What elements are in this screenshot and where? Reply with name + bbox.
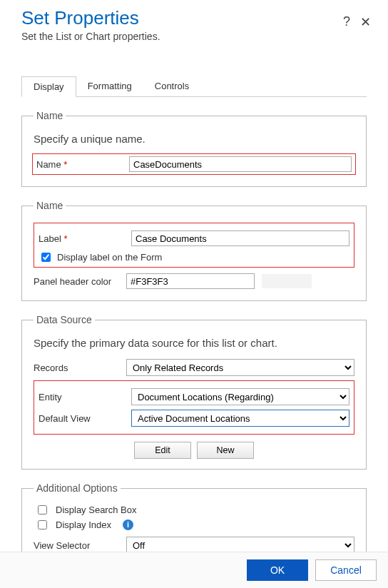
label-input[interactable] xyxy=(131,230,349,246)
records-select[interactable]: Only Related Records xyxy=(126,359,354,376)
tab-display[interactable]: Display xyxy=(21,76,76,97)
section-ds-legend: Data Source xyxy=(34,314,95,325)
info-icon[interactable]: i xyxy=(123,519,133,530)
section-addl-legend: Additional Options xyxy=(34,482,121,494)
section-label-legend: Name xyxy=(34,200,66,211)
new-button[interactable]: New xyxy=(197,442,254,459)
display-search-box-checkbox[interactable] xyxy=(38,505,47,514)
section-name: Name Specify a unique name. Name * xyxy=(21,110,367,187)
label-label: Label * xyxy=(39,233,131,244)
display-search-box-label: Display Search Box xyxy=(56,505,136,515)
records-label: Records xyxy=(34,363,126,373)
view-selector-label: View Selector xyxy=(34,540,126,551)
cancel-button[interactable]: Cancel xyxy=(315,559,377,581)
panel-color-label: Panel header color xyxy=(34,276,126,287)
default-view-label: Default View xyxy=(39,413,131,424)
display-index-checkbox[interactable] xyxy=(38,520,47,529)
default-view-select[interactable]: Active Document Locations xyxy=(131,410,349,427)
section-additional-options: Additional Options Display Search Box Di… xyxy=(21,482,367,562)
entity-select[interactable]: Document Locations (Regarding) xyxy=(131,388,349,405)
name-hint: Specify a unique name. xyxy=(34,133,354,145)
tab-controls[interactable]: Controls xyxy=(143,76,200,96)
dialog-footer: OK Cancel xyxy=(0,552,388,588)
name-label: Name * xyxy=(36,159,129,170)
display-index-label: Display Index xyxy=(56,519,111,530)
ds-hint: Specify the primary data source for this… xyxy=(34,337,354,349)
section-name-legend: Name xyxy=(34,110,66,121)
help-icon[interactable]: ? xyxy=(343,14,350,30)
edit-button[interactable]: Edit xyxy=(134,442,191,459)
page-subtitle: Set the List or Chart properties. xyxy=(21,31,343,42)
section-data-source: Data Source Specify the primary data sou… xyxy=(21,314,367,470)
section-label: Name Label * Display label on the Form P… xyxy=(21,200,367,301)
display-label-text: Display label on the Form xyxy=(57,252,162,263)
page-title: Set Properties xyxy=(21,7,343,29)
name-input[interactable] xyxy=(129,156,352,172)
tab-strip: Display Formatting Controls xyxy=(21,76,367,97)
tab-formatting[interactable]: Formatting xyxy=(76,76,143,96)
entity-label: Entity xyxy=(39,392,131,402)
panel-color-input[interactable] xyxy=(126,273,255,289)
ok-button[interactable]: OK xyxy=(247,559,308,581)
display-label-checkbox[interactable] xyxy=(41,253,51,262)
panel-color-swatch[interactable] xyxy=(262,274,312,288)
close-icon[interactable]: ✕ xyxy=(360,14,371,30)
